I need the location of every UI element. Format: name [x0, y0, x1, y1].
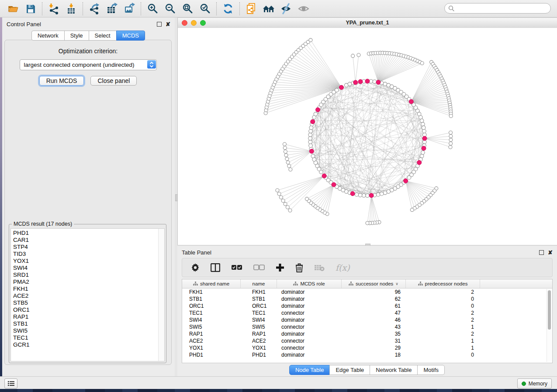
import-table-icon[interactable] — [62, 2, 80, 16]
mcds-result-item[interactable]: ORC1 — [13, 306, 164, 313]
tab-network-table[interactable]: Network Table — [370, 365, 418, 375]
table-cell[interactable]: 2 — [406, 309, 480, 316]
mcds-result-item[interactable]: RAP1 — [13, 313, 164, 320]
table-cell[interactable]: ORC1 — [182, 303, 241, 309]
table-cell[interactable]: 0 — [406, 296, 480, 303]
save-session-icon[interactable] — [22, 2, 39, 16]
tab-network[interactable]: Network — [31, 31, 65, 41]
clone-network-icon[interactable] — [242, 2, 260, 16]
table-cell[interactable]: connector — [277, 344, 342, 351]
table-cell[interactable]: 1 — [406, 344, 480, 351]
mcds-result-item[interactable]: FKH1 — [13, 285, 164, 292]
table-cell[interactable]: 96 — [342, 289, 406, 296]
export-network-icon[interactable] — [86, 2, 103, 16]
table-cell[interactable]: 18 — [342, 351, 406, 358]
table-cell[interactable]: TEC1 — [182, 309, 241, 316]
table-row[interactable]: PHD1PHD1dominator180 — [182, 351, 547, 358]
column-header-predecessor-nodes[interactable]: predecessor nodes — [406, 279, 480, 288]
mcds-result-item[interactable]: PHD1 — [13, 230, 164, 237]
mcds-result-item[interactable]: STB1 — [13, 320, 164, 327]
first-neighbors-icon[interactable] — [260, 2, 277, 16]
close-panel-icon[interactable]: ✘ — [548, 251, 553, 254]
run-mcds-button[interactable]: Run MCDS — [39, 76, 84, 86]
mcds-result-item[interactable]: ACE2 — [13, 292, 164, 299]
mcds-result-list[interactable]: PHD1CAR1STP4TID3YOX1SWI4SRD1PMA2FKH1ACE2… — [10, 228, 165, 361]
table-cell[interactable]: SWI4 — [241, 316, 277, 323]
table-row[interactable]: RAP1RAP1dominator352 — [182, 330, 547, 337]
memory-button[interactable]: Memory — [517, 378, 552, 389]
zoom-in-icon[interactable] — [144, 2, 161, 16]
deselect-all-icon[interactable] — [253, 265, 265, 271]
tab-mcds[interactable]: MCDS — [116, 31, 145, 41]
column-header-name[interactable]: name — [241, 279, 277, 288]
status-menu-button[interactable] — [4, 378, 17, 389]
table-cell[interactable]: 29 — [342, 344, 406, 351]
mcds-result-item[interactable]: SWI4 — [13, 265, 164, 272]
mcds-result-item[interactable]: TID3 — [13, 251, 164, 258]
table-row[interactable]: STB1STB1dominator620 — [182, 296, 547, 303]
close-panel-button[interactable]: Close panel — [90, 76, 137, 86]
column-header-shared-name[interactable]: shared name — [182, 279, 241, 288]
mcds-result-item[interactable]: STB5 — [13, 299, 164, 306]
table-cell[interactable]: YOX1 — [182, 344, 241, 351]
table-cell[interactable]: 62 — [342, 296, 406, 303]
export-table-icon[interactable] — [103, 2, 121, 16]
table-cell[interactable]: RAP1 — [182, 330, 241, 337]
tab-motifs[interactable]: Motifs — [417, 365, 445, 375]
zoom-out-icon[interactable] — [161, 2, 179, 16]
zoom-fit-icon[interactable] — [179, 2, 196, 16]
table-cell[interactable]: PHD1 — [182, 351, 241, 358]
table-row[interactable]: SWI5SWI5connector431 — [182, 323, 547, 330]
delete-table-icon[interactable] — [314, 264, 325, 272]
settings-gear-icon[interactable] — [191, 263, 200, 272]
function-builder-icon[interactable]: f(x) — [336, 263, 350, 272]
table-cell[interactable]: 0 — [406, 351, 480, 358]
show-all-icon[interactable] — [295, 2, 312, 16]
mcds-result-item[interactable]: TEC1 — [13, 334, 164, 341]
tab-node-table[interactable]: Node Table — [289, 365, 330, 375]
table-cell[interactable]: 46 — [342, 316, 406, 323]
column-header-successor-nodes[interactable]: successor nodes ∨ — [342, 279, 406, 288]
table-row[interactable]: TEC1TEC1connector472 — [182, 309, 547, 316]
mcds-list-scrollbar[interactable] — [158, 229, 164, 361]
table-cell[interactable]: ACE2 — [182, 337, 241, 344]
table-row[interactable]: ORC1ORC1dominator610 — [182, 303, 547, 309]
mcds-result-item[interactable]: YOX1 — [13, 258, 164, 265]
table-cell[interactable]: dominator — [277, 330, 342, 337]
column-header-mcds-role[interactable]: MCDS role — [277, 279, 342, 288]
table-cell[interactable]: dominator — [277, 351, 342, 358]
table-cell[interactable]: dominator — [277, 289, 342, 296]
table-cell[interactable]: TEC1 — [241, 309, 277, 316]
tab-style[interactable]: Style — [64, 31, 89, 41]
mcds-result-item[interactable]: SWI5 — [13, 327, 164, 334]
table-row[interactable]: SWI4SWI4dominator462 — [182, 316, 547, 323]
table-cell[interactable]: dominator — [277, 316, 342, 323]
criterion-select[interactable]: largest connected component (undirected) — [20, 59, 157, 70]
table-cell[interactable]: 31 — [342, 337, 406, 344]
tab-edge-table[interactable]: Edge Table — [329, 365, 370, 375]
table-row[interactable]: ACE2ACE2connector311 — [182, 337, 547, 344]
column-panel-icon[interactable] — [211, 263, 220, 272]
table-cell[interactable]: PHD1 — [241, 351, 277, 358]
table-cell[interactable]: STB1 — [241, 296, 277, 303]
tab-select[interactable]: Select — [89, 31, 117, 41]
table-cell[interactable]: SWI4 — [182, 316, 241, 323]
table-cell[interactable]: STB1 — [182, 296, 241, 303]
table-cell[interactable]: 2 — [406, 330, 480, 337]
table-cell[interactable]: 43 — [342, 323, 406, 330]
table-cell[interactable]: connector — [277, 309, 342, 316]
table-cell[interactable]: FKH1 — [241, 289, 277, 296]
table-cell[interactable]: RAP1 — [241, 330, 277, 337]
table-cell[interactable]: connector — [277, 323, 342, 330]
table-cell[interactable]: ACE2 — [241, 337, 277, 344]
scrollbar-thumb[interactable] — [548, 290, 551, 330]
add-column-icon[interactable] — [276, 263, 284, 272]
open-file-icon[interactable] — [4, 2, 22, 16]
table-cell[interactable]: 35 — [342, 330, 406, 337]
table-cell[interactable]: connector — [277, 337, 342, 344]
table-cell[interactable]: SWI5 — [182, 323, 241, 330]
table-cell[interactable]: 2 — [406, 289, 480, 296]
search-input[interactable] — [444, 3, 551, 14]
close-panel-icon[interactable]: ✘ — [166, 22, 170, 26]
table-cell[interactable]: YOX1 — [241, 344, 277, 351]
